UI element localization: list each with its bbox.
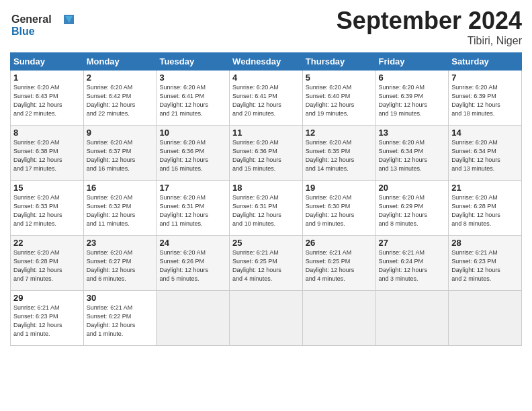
day-number: 26 — [306, 238, 373, 248]
day-number: 9 — [87, 128, 154, 138]
day-number: 27 — [379, 238, 446, 248]
calendar-cell: 12Sunrise: 6:20 AM Sunset: 6:35 PM Dayli… — [302, 126, 375, 181]
calendar-cell: 4Sunrise: 6:20 AM Sunset: 6:41 PM Daylig… — [230, 71, 303, 126]
day-number: 25 — [232, 238, 300, 248]
day-info: Sunrise: 6:21 AM Sunset: 6:24 PM Dayligh… — [379, 248, 446, 283]
calendar-week-row: 8Sunrise: 6:20 AM Sunset: 6:38 PM Daylig… — [11, 126, 522, 181]
day-header-saturday: Saturday — [449, 53, 522, 71]
calendar-cell: 6Sunrise: 6:20 AM Sunset: 6:39 PM Daylig… — [375, 71, 449, 126]
calendar-cell: 1Sunrise: 6:20 AM Sunset: 6:43 PM Daylig… — [11, 71, 84, 126]
day-info: Sunrise: 6:20 AM Sunset: 6:28 PM Dayligh… — [451, 193, 519, 228]
calendar-cell: 5Sunrise: 6:20 AM Sunset: 6:40 PM Daylig… — [302, 71, 375, 126]
day-info: Sunrise: 6:21 AM Sunset: 6:23 PM Dayligh… — [13, 304, 81, 338]
day-info: Sunrise: 6:20 AM Sunset: 6:26 PM Dayligh… — [159, 248, 226, 283]
day-info: Sunrise: 6:20 AM Sunset: 6:34 PM Dayligh… — [379, 138, 446, 173]
calendar-header-row: SundayMondayTuesdayWednesdayThursdayFrid… — [11, 53, 522, 71]
calendar-cell: 26Sunrise: 6:21 AM Sunset: 6:25 PM Dayli… — [302, 236, 375, 291]
header: General Blue September 2024 Tibiri, Nige… — [10, 7, 522, 47]
calendar-cell: 25Sunrise: 6:21 AM Sunset: 6:25 PM Dayli… — [230, 236, 303, 291]
calendar-cell: 29Sunrise: 6:21 AM Sunset: 6:23 PM Dayli… — [11, 291, 84, 346]
day-header-sunday: Sunday — [11, 53, 84, 71]
day-number: 13 — [379, 128, 446, 138]
day-number: 15 — [13, 183, 81, 193]
calendar-cell — [230, 291, 303, 346]
day-info: Sunrise: 6:20 AM Sunset: 6:41 PM Dayligh… — [159, 83, 226, 118]
title-area: September 2024 Tibiri, Niger — [337, 7, 522, 47]
day-number: 29 — [13, 293, 81, 303]
day-number: 10 — [159, 128, 226, 138]
calendar-cell: 13Sunrise: 6:20 AM Sunset: 6:34 PM Dayli… — [375, 126, 449, 181]
calendar-cell: 27Sunrise: 6:21 AM Sunset: 6:24 PM Dayli… — [375, 236, 449, 291]
day-info: Sunrise: 6:21 AM Sunset: 6:25 PM Dayligh… — [232, 248, 300, 283]
logo-text: General Blue — [10, 9, 84, 40]
calendar-cell: 10Sunrise: 6:20 AM Sunset: 6:36 PM Dayli… — [157, 126, 230, 181]
day-header-thursday: Thursday — [302, 53, 375, 71]
day-number: 23 — [87, 238, 154, 248]
day-header-tuesday: Tuesday — [157, 53, 230, 71]
month-title: September 2024 — [337, 7, 522, 35]
day-info: Sunrise: 6:20 AM Sunset: 6:42 PM Dayligh… — [87, 83, 154, 118]
day-info: Sunrise: 6:20 AM Sunset: 6:31 PM Dayligh… — [159, 193, 226, 228]
day-number: 28 — [451, 238, 519, 248]
calendar-cell: 8Sunrise: 6:20 AM Sunset: 6:38 PM Daylig… — [11, 126, 84, 181]
day-info: Sunrise: 6:21 AM Sunset: 6:25 PM Dayligh… — [306, 248, 373, 283]
day-info: Sunrise: 6:20 AM Sunset: 6:36 PM Dayligh… — [232, 138, 300, 173]
calendar-cell — [302, 291, 375, 346]
calendar-cell: 15Sunrise: 6:20 AM Sunset: 6:33 PM Dayli… — [11, 181, 84, 236]
calendar-cell: 17Sunrise: 6:20 AM Sunset: 6:31 PM Dayli… — [157, 181, 230, 236]
calendar-cell — [449, 291, 522, 346]
day-info: Sunrise: 6:20 AM Sunset: 6:28 PM Dayligh… — [13, 248, 81, 283]
page-container: General Blue September 2024 Tibiri, Nige… — [0, 0, 532, 353]
svg-text:General: General — [11, 13, 52, 25]
day-number: 7 — [451, 73, 519, 83]
calendar-week-row: 29Sunrise: 6:21 AM Sunset: 6:23 PM Dayli… — [11, 291, 522, 346]
calendar-cell: 11Sunrise: 6:20 AM Sunset: 6:36 PM Dayli… — [230, 126, 303, 181]
logo: General Blue — [10, 9, 84, 40]
calendar-week-row: 15Sunrise: 6:20 AM Sunset: 6:33 PM Dayli… — [11, 181, 522, 236]
day-number: 22 — [13, 238, 81, 248]
calendar-cell — [157, 291, 230, 346]
day-number: 21 — [451, 183, 519, 193]
calendar-cell: 30Sunrise: 6:21 AM Sunset: 6:22 PM Dayli… — [83, 291, 157, 346]
day-number: 1 — [13, 73, 81, 83]
day-info: Sunrise: 6:20 AM Sunset: 6:29 PM Dayligh… — [379, 193, 446, 228]
calendar-cell: 18Sunrise: 6:20 AM Sunset: 6:31 PM Dayli… — [230, 181, 303, 236]
calendar-cell: 3Sunrise: 6:20 AM Sunset: 6:41 PM Daylig… — [157, 71, 230, 126]
svg-text:Blue: Blue — [11, 26, 35, 37]
calendar-cell: 7Sunrise: 6:20 AM Sunset: 6:39 PM Daylig… — [449, 71, 522, 126]
day-number: 19 — [306, 183, 373, 193]
day-info: Sunrise: 6:20 AM Sunset: 6:34 PM Dayligh… — [451, 138, 519, 173]
calendar-week-row: 1Sunrise: 6:20 AM Sunset: 6:43 PM Daylig… — [11, 71, 522, 126]
day-info: Sunrise: 6:21 AM Sunset: 6:23 PM Dayligh… — [451, 248, 519, 283]
day-info: Sunrise: 6:20 AM Sunset: 6:38 PM Dayligh… — [13, 138, 81, 173]
day-number: 2 — [87, 73, 154, 83]
day-info: Sunrise: 6:20 AM Sunset: 6:35 PM Dayligh… — [306, 138, 373, 173]
calendar-cell: 19Sunrise: 6:20 AM Sunset: 6:30 PM Dayli… — [302, 181, 375, 236]
day-info: Sunrise: 6:20 AM Sunset: 6:39 PM Dayligh… — [451, 83, 519, 118]
location-title: Tibiri, Niger — [337, 35, 522, 47]
calendar-cell: 9Sunrise: 6:20 AM Sunset: 6:37 PM Daylig… — [83, 126, 157, 181]
day-info: Sunrise: 6:20 AM Sunset: 6:40 PM Dayligh… — [306, 83, 373, 118]
day-info: Sunrise: 6:20 AM Sunset: 6:31 PM Dayligh… — [232, 193, 300, 228]
day-info: Sunrise: 6:20 AM Sunset: 6:39 PM Dayligh… — [379, 83, 446, 118]
day-number: 6 — [379, 73, 446, 83]
day-info: Sunrise: 6:20 AM Sunset: 6:33 PM Dayligh… — [13, 193, 81, 228]
day-info: Sunrise: 6:20 AM Sunset: 6:32 PM Dayligh… — [87, 193, 154, 228]
day-number: 4 — [232, 73, 300, 83]
day-header-monday: Monday — [83, 53, 157, 71]
day-number: 17 — [159, 183, 226, 193]
day-info: Sunrise: 6:20 AM Sunset: 6:43 PM Dayligh… — [13, 83, 81, 118]
day-number: 14 — [451, 128, 519, 138]
day-info: Sunrise: 6:20 AM Sunset: 6:37 PM Dayligh… — [87, 138, 154, 173]
calendar-cell: 28Sunrise: 6:21 AM Sunset: 6:23 PM Dayli… — [449, 236, 522, 291]
calendar-cell: 21Sunrise: 6:20 AM Sunset: 6:28 PM Dayli… — [449, 181, 522, 236]
day-number: 11 — [232, 128, 300, 138]
day-info: Sunrise: 6:20 AM Sunset: 6:41 PM Dayligh… — [232, 83, 300, 118]
day-number: 20 — [379, 183, 446, 193]
day-number: 24 — [159, 238, 226, 248]
day-number: 12 — [306, 128, 373, 138]
day-number: 18 — [232, 183, 300, 193]
calendar-cell: 23Sunrise: 6:20 AM Sunset: 6:27 PM Dayli… — [83, 236, 157, 291]
day-number: 5 — [306, 73, 373, 83]
calendar-week-row: 22Sunrise: 6:20 AM Sunset: 6:28 PM Dayli… — [11, 236, 522, 291]
